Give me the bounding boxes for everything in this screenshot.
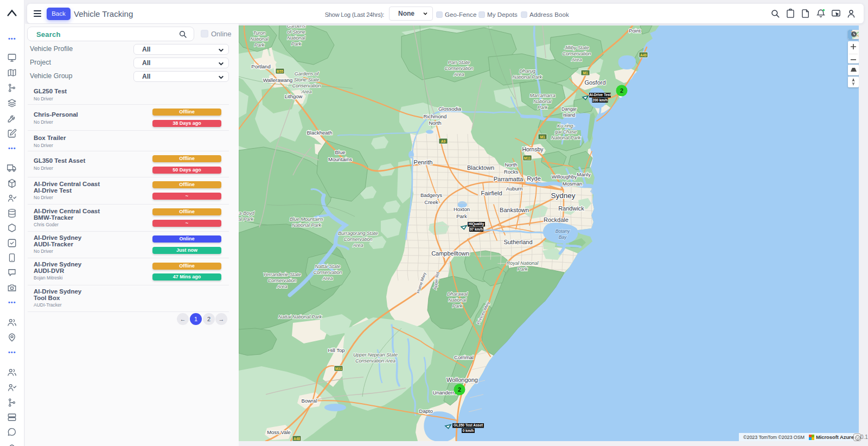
svg-text:0 km/h: 0 km/h: [463, 429, 474, 432]
svg-text:Royal National: Royal National: [507, 260, 539, 266]
svg-text:Park: Park: [452, 303, 463, 309]
svg-text:Manly: Manly: [577, 171, 591, 177]
svg-text:Bay: Bay: [559, 234, 567, 240]
svg-text:Blacktown: Blacktown: [467, 164, 494, 171]
svg-text:Campbelltown: Campbelltown: [431, 250, 469, 257]
svg-text:Marramarra: Marramarra: [529, 93, 555, 98]
svg-text:Auburn: Auburn: [506, 186, 523, 192]
svg-text:National: National: [250, 36, 269, 42]
svg-text:Island: Island: [563, 112, 576, 118]
svg-text:ngra-Boyd: ngra-Boyd: [239, 211, 255, 216]
svg-text:A48: A48: [293, 437, 300, 441]
svg-text:Moss Vale: Moss Vale: [267, 429, 291, 435]
svg-text:Area: Area: [453, 72, 464, 77]
svg-text:North: North: [429, 120, 441, 126]
svg-text:Parr State: Parr State: [448, 60, 470, 65]
svg-text:National: National: [287, 35, 305, 41]
svg-text:Mountains: Mountains: [328, 156, 352, 162]
svg-text:National Park: National Park: [551, 135, 581, 141]
svg-text:Dharawal: Dharawal: [447, 291, 468, 297]
svg-text:Ku-ring-: Ku-ring-: [557, 123, 575, 129]
svg-text:National Park: National Park: [292, 222, 322, 228]
svg-text:2: 2: [458, 386, 461, 393]
svg-text:Glossodia: Glossodia: [438, 106, 462, 112]
svg-text:M11: M11: [524, 156, 531, 160]
svg-text:Nattai National Park: Nattai National Park: [278, 314, 322, 320]
svg-text:Richmond: Richmond: [424, 113, 447, 119]
svg-text:Sutherland: Sutherland: [503, 239, 532, 245]
svg-text:Randwick: Randwick: [558, 205, 584, 212]
svg-text:Gosford: Gosford: [584, 79, 605, 86]
svg-text:Rockdale: Rockdale: [544, 216, 569, 223]
svg-text:Dharug: Dharug: [519, 68, 535, 74]
svg-text:Area: Area: [322, 276, 333, 281]
svg-text:Mosman: Mosman: [563, 181, 582, 187]
svg-text:Penrith: Penrith: [414, 159, 433, 165]
svg-text:Rocks: Rocks: [504, 169, 519, 175]
svg-text:Bankstown: Bankstown: [500, 207, 529, 213]
svg-text:Dapto: Dapto: [419, 408, 432, 414]
svg-text:Park: Park: [538, 105, 548, 110]
svg-text:Wollongong: Wollongong: [446, 377, 478, 383]
svg-text:Hornsby: Hornsby: [522, 146, 544, 152]
svg-text:Yerranderie State: Yerranderie State: [263, 272, 301, 277]
svg-text:Area: Area: [276, 284, 287, 289]
svg-text:Blue Mountains: Blue Mountains: [290, 216, 324, 222]
svg-text:A49: A49: [640, 53, 647, 57]
svg-text:Unanderra: Unanderra: [433, 390, 458, 396]
svg-text:Nattai State: Nattai State: [315, 264, 340, 269]
svg-text:Jilliby State: Jilliby State: [564, 45, 589, 50]
svg-text:Blue: Blue: [335, 149, 345, 155]
svg-text:Conservation: Conservation: [444, 66, 473, 71]
svg-text:Area: Area: [301, 89, 311, 94]
svg-text:Bowral: Bowral: [301, 398, 317, 404]
svg-text:97 km/h: 97 km/h: [470, 227, 483, 231]
svg-text:2: 2: [620, 87, 623, 94]
svg-text:Conservation: Conservation: [343, 237, 372, 242]
svg-text:Area: Area: [571, 57, 582, 62]
svg-text:Upper Nepean State: Upper Nepean State: [353, 352, 398, 358]
svg-text:Wallerawang: Wallerawang: [263, 77, 293, 83]
svg-text:Willoughby: Willoughby: [552, 174, 577, 180]
svg-text:National: National: [448, 297, 467, 303]
svg-text:Blackheath: Blackheath: [307, 130, 332, 136]
svg-text:M1: M1: [583, 71, 588, 75]
svg-text:Gardens: Gardens: [287, 26, 306, 29]
svg-text:Area: Area: [352, 243, 363, 248]
svg-text:National Park: National Park: [513, 74, 542, 80]
svg-text:Stone State: Stone State: [293, 77, 319, 82]
svg-text:Burragorang State: Burragorang State: [338, 231, 378, 236]
svg-text:onal Park: onal Park: [239, 216, 254, 222]
svg-text:Badgerys: Badgerys: [420, 192, 442, 198]
svg-text:AI-Drive Test: AI-Drive Test: [589, 93, 611, 97]
svg-text:M1: M1: [540, 135, 545, 139]
svg-text:Conservation: Conservation: [292, 83, 321, 88]
svg-text:Fairfield: Fairfield: [481, 190, 502, 196]
svg-text:Park: Park: [456, 213, 467, 219]
svg-text:Portland: Portland: [251, 63, 270, 69]
svg-text:HiQuality: HiQuality: [469, 222, 484, 226]
svg-text:gai Chase: gai Chase: [555, 129, 577, 135]
svg-text:A9: A9: [441, 139, 446, 143]
svg-text:GL350 Test Asset: GL350 Test Asset: [454, 423, 483, 427]
svg-text:Conservation: Conservation: [562, 51, 591, 56]
svg-text:Dangar: Dangar: [561, 106, 577, 112]
svg-text:Point: Point: [629, 28, 641, 34]
svg-text:Ryde: Ryde: [527, 175, 541, 182]
svg-text:Sydney: Sydney: [551, 192, 575, 200]
svg-text:Park: Park: [291, 41, 302, 47]
svg-text:Gardens of: Gardens of: [295, 71, 320, 77]
svg-text:Lithgow: Lithgow: [285, 93, 303, 99]
svg-text:Turon: Turon: [253, 30, 266, 36]
svg-text:Creek: Creek: [424, 199, 438, 205]
svg-text:Corrimal: Corrimal: [454, 354, 474, 360]
svg-text:North: North: [505, 162, 517, 168]
svg-text:Botany: Botany: [556, 228, 570, 234]
svg-text:Parramatta: Parramatta: [494, 176, 524, 182]
svg-text:Park: Park: [518, 266, 528, 272]
svg-text:M31: M31: [335, 367, 342, 371]
svg-text:National: National: [533, 99, 552, 104]
svg-text:Conservation: Conservation: [313, 270, 342, 275]
svg-text:Conservation: Conservation: [267, 278, 296, 283]
svg-text:200 km/h: 200 km/h: [592, 98, 608, 102]
